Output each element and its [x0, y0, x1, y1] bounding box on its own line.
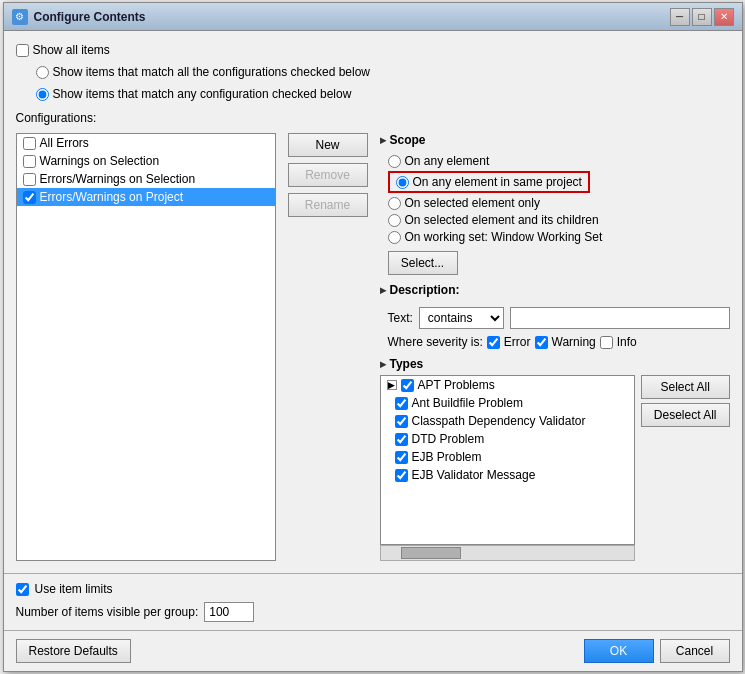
- config-item-errors-warnings-selection[interactable]: Errors/Warnings on Selection: [17, 170, 275, 188]
- config-label-errors-warnings-selection: Errors/Warnings on Selection: [40, 172, 196, 186]
- select-all-button[interactable]: Select All: [641, 375, 730, 399]
- minimize-button[interactable]: ─: [670, 8, 690, 26]
- config-label-errors-warnings-project: Errors/Warnings on Project: [40, 190, 184, 204]
- scope-selected-only-radio[interactable]: [388, 197, 401, 210]
- use-item-limits-checkbox[interactable]: [16, 583, 29, 596]
- config-list[interactable]: All Errors Warnings on Selection Errors/…: [16, 133, 276, 561]
- type-check-ejb-validator[interactable]: [395, 469, 408, 482]
- dialog-footer: Restore Defaults OK Cancel: [4, 630, 742, 671]
- items-per-group-input[interactable]: [204, 602, 254, 622]
- scope-same-project-radio[interactable]: [396, 176, 409, 189]
- close-button[interactable]: ✕: [714, 8, 734, 26]
- warning-checkbox[interactable]: [535, 336, 548, 349]
- type-dtd[interactable]: DTD Problem: [381, 430, 634, 448]
- info-label: Info: [617, 335, 637, 349]
- dialog-title: Configure Contents: [34, 10, 670, 24]
- types-section: Types ▶ APT Problems: [380, 357, 730, 561]
- ok-button[interactable]: OK: [584, 639, 654, 663]
- type-check-apt[interactable]: [401, 379, 414, 392]
- all-configs-label: Show items that match all the configurat…: [53, 65, 371, 79]
- use-item-limits-label: Use item limits: [35, 582, 113, 596]
- type-apt-problems[interactable]: ▶ APT Problems: [381, 376, 634, 394]
- config-check-all-errors[interactable]: [23, 137, 36, 150]
- horizontal-scrollbar[interactable]: [380, 545, 635, 561]
- scope-same-project-row: On any element in same project: [380, 171, 730, 193]
- dialog-icon: ⚙: [12, 9, 28, 25]
- right-panel: Scope On any element On any element in s…: [380, 133, 730, 561]
- severity-label: Where severity is:: [388, 335, 483, 349]
- bottom-section: Use item limits Number of items visible …: [4, 573, 742, 630]
- info-checkbox[interactable]: [600, 336, 613, 349]
- expand-icon[interactable]: ▶: [387, 380, 397, 390]
- left-panel: All Errors Warnings on Selection Errors/…: [16, 133, 276, 561]
- config-item-warnings-selection[interactable]: Warnings on Selection: [17, 152, 275, 170]
- remove-button[interactable]: Remove: [288, 163, 368, 187]
- configurations-label: Configurations:: [16, 111, 730, 125]
- type-ejb-validator[interactable]: EJB Validator Message: [381, 466, 634, 484]
- config-buttons-col: New Remove Rename: [288, 133, 368, 561]
- any-config-row: Show items that match any configuration …: [16, 87, 730, 101]
- maximize-button[interactable]: □: [692, 8, 712, 26]
- select-btn-row: Select...: [380, 251, 730, 275]
- severity-row: Where severity is: Error Warning Info: [380, 335, 730, 349]
- config-label-warnings-selection: Warnings on Selection: [40, 154, 160, 168]
- scope-selected-children-label: On selected element and its children: [405, 213, 599, 227]
- all-configs-row: Show items that match all the configurat…: [16, 65, 730, 79]
- all-configs-radio[interactable]: [36, 66, 49, 79]
- scope-working-set-label: On working set: Window Working Set: [405, 230, 603, 244]
- scope-working-set-radio[interactable]: [388, 231, 401, 244]
- scope-header: Scope: [380, 133, 730, 147]
- type-classpath[interactable]: Classpath Dependency Validator: [381, 412, 634, 430]
- type-ejb-problem[interactable]: EJB Problem: [381, 448, 634, 466]
- scope-any-element-radio[interactable]: [388, 155, 401, 168]
- config-label-all-errors: All Errors: [40, 136, 89, 150]
- types-buttons-col: Select All Deselect All: [641, 375, 730, 561]
- type-label-ejb: EJB Problem: [412, 450, 482, 464]
- type-label-ant: Ant Buildfile Problem: [412, 396, 523, 410]
- dialog-body: Show all items Show items that match all…: [4, 31, 742, 573]
- config-item-errors-warnings-project[interactable]: Errors/Warnings on Project: [17, 188, 275, 206]
- select-button[interactable]: Select...: [388, 251, 458, 275]
- type-check-dtd[interactable]: [395, 433, 408, 446]
- scope-selected-children-radio[interactable]: [388, 214, 401, 227]
- footer-right-buttons: OK Cancel: [584, 639, 730, 663]
- type-label-apt: APT Problems: [418, 378, 495, 392]
- type-label-dtd: DTD Problem: [412, 432, 485, 446]
- deselect-all-button[interactable]: Deselect All: [641, 403, 730, 427]
- any-config-radio[interactable]: [36, 88, 49, 101]
- scope-any-element-row: On any element: [380, 154, 730, 168]
- scope-working-set-row: On working set: Window Working Set: [380, 230, 730, 244]
- text-input[interactable]: [510, 307, 730, 329]
- types-list[interactable]: ▶ APT Problems Ant Buildfile Problem: [380, 375, 635, 545]
- cancel-button[interactable]: Cancel: [660, 639, 730, 663]
- item-limits-row: Use item limits: [16, 582, 730, 596]
- description-section: Description: Text: contains starts with …: [380, 283, 730, 349]
- items-per-group-row: Number of items visible per group:: [16, 602, 730, 622]
- config-check-warnings-selection[interactable]: [23, 155, 36, 168]
- types-header: Types: [380, 357, 730, 371]
- title-bar: ⚙ Configure Contents ─ □ ✕: [4, 3, 742, 31]
- error-label: Error: [504, 335, 531, 349]
- items-per-group-label: Number of items visible per group:: [16, 605, 199, 619]
- type-check-classpath[interactable]: [395, 415, 408, 428]
- scrollbar-thumb: [401, 547, 461, 559]
- scope-same-project-highlighted: On any element in same project: [388, 171, 590, 193]
- new-button[interactable]: New: [288, 133, 368, 157]
- config-check-errors-warnings-selection[interactable]: [23, 173, 36, 186]
- error-checkbox[interactable]: [487, 336, 500, 349]
- type-check-ant[interactable]: [395, 397, 408, 410]
- text-combo[interactable]: contains starts with ends with matches: [419, 307, 504, 329]
- type-check-ejb[interactable]: [395, 451, 408, 464]
- scope-selected-only-row: On selected element only: [380, 196, 730, 210]
- restore-defaults-button[interactable]: Restore Defaults: [16, 639, 131, 663]
- show-all-items-checkbox[interactable]: [16, 44, 29, 57]
- description-header: Description:: [380, 283, 730, 297]
- type-ant-buildfile[interactable]: Ant Buildfile Problem: [381, 394, 634, 412]
- configure-contents-dialog: ⚙ Configure Contents ─ □ ✕ Show all item…: [3, 2, 743, 672]
- rename-button[interactable]: Rename: [288, 193, 368, 217]
- show-all-items-row: Show all items: [16, 43, 730, 57]
- config-item-all-errors[interactable]: All Errors: [17, 134, 275, 152]
- config-check-errors-warnings-project[interactable]: [23, 191, 36, 204]
- text-row: Text: contains starts with ends with mat…: [380, 307, 730, 329]
- scope-section: Scope On any element On any element in s…: [380, 133, 730, 275]
